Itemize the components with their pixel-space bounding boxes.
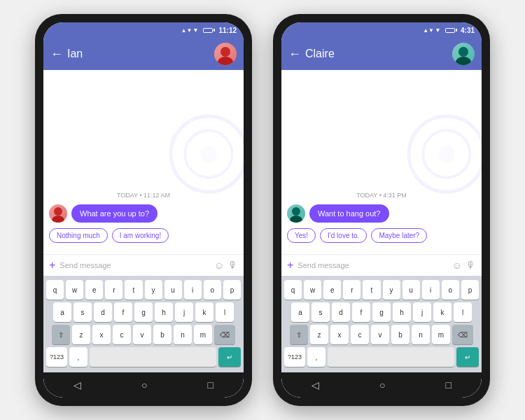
smart-reply-1-1[interactable]: I am working! [112, 228, 169, 243]
key-enter-1[interactable]: ↵ [218, 347, 241, 367]
key-y-1[interactable]: y [145, 280, 162, 300]
key-h-1[interactable]: h [155, 302, 173, 322]
phone-2: ▲▼ ▾ 4:31 ← Claire [273, 14, 490, 406]
key-k-1[interactable]: k [195, 302, 214, 322]
key-l-1[interactable]: l [216, 302, 234, 322]
key-c-2[interactable]: c [351, 325, 369, 344]
key-m-1[interactable]: m [194, 325, 212, 344]
key-m-2[interactable]: m [432, 325, 450, 344]
avatar-1[interactable] [214, 43, 237, 65]
key-o-1[interactable]: o [204, 280, 221, 300]
key-i-2[interactable]: i [422, 280, 440, 300]
keyboard-row1-1: q w e r t y u i o p [46, 280, 241, 300]
key-shift-2[interactable]: ⇧ [290, 325, 308, 344]
key-p-1[interactable]: p [223, 280, 241, 300]
key-g-2[interactable]: g [372, 302, 391, 322]
key-f-2[interactable]: f [352, 302, 370, 322]
key-y-2[interactable]: y [383, 280, 400, 300]
key-space-2[interactable] [328, 347, 454, 367]
smart-reply-2-0[interactable]: Yes! [287, 228, 316, 243]
key-j-1[interactable]: j [175, 302, 193, 322]
key-d-1[interactable]: d [94, 302, 112, 322]
smart-reply-2-2[interactable]: Maybe later? [371, 228, 427, 243]
key-i-1[interactable]: i [184, 280, 202, 300]
key-r-2[interactable]: r [343, 280, 360, 300]
key-t-1[interactable]: t [125, 280, 142, 300]
nav-back-2[interactable]: ◁ [312, 379, 319, 391]
key-n-1[interactable]: n [174, 325, 192, 344]
key-b-1[interactable]: b [153, 325, 172, 344]
nav-recent-2[interactable]: □ [446, 379, 451, 391]
key-s-2[interactable]: s [312, 302, 330, 322]
avatar-2[interactable] [452, 43, 475, 65]
wifi-icon-2: ▾ [436, 27, 440, 34]
nav-recent-1[interactable]: □ [208, 379, 214, 391]
key-backspace-1[interactable]: ⌫ [214, 325, 235, 344]
key-space-1[interactable] [90, 347, 216, 367]
key-n-2[interactable]: n [412, 325, 430, 344]
nav-home-1[interactable]: ○ [141, 379, 147, 391]
emoji-button-1[interactable]: ☺ [214, 260, 224, 271]
back-button-2[interactable]: ← [288, 47, 301, 62]
key-comma-2[interactable]: , [307, 347, 326, 367]
back-button-1[interactable]: ← [50, 47, 63, 62]
key-v-1[interactable]: v [133, 325, 151, 344]
key-e-1[interactable]: e [85, 280, 103, 300]
key-b-2[interactable]: b [391, 325, 410, 344]
key-backspace-2[interactable]: ⌫ [452, 325, 473, 344]
key-comma-1[interactable]: , [69, 347, 88, 367]
key-x-2[interactable]: x [330, 325, 349, 344]
key-v-2[interactable]: v [371, 325, 389, 344]
nav-bar-2: ◁ ○ □ [281, 372, 482, 398]
key-f-1[interactable]: f [114, 302, 132, 322]
key-l-2[interactable]: l [454, 302, 472, 322]
emoji-button-2[interactable]: ☺ [452, 260, 462, 271]
key-a-2[interactable]: a [291, 302, 309, 322]
mic-button-1[interactable]: 🎙 [228, 260, 238, 271]
key-c-1[interactable]: c [113, 325, 131, 344]
svg-point-4 [200, 146, 217, 162]
key-x-1[interactable]: x [92, 325, 111, 344]
smart-reply-2-1[interactable]: I'd love to. [320, 228, 367, 243]
key-u-2[interactable]: u [402, 280, 420, 300]
key-w-2[interactable]: w [304, 280, 321, 300]
nav-back-1[interactable]: ◁ [74, 379, 81, 391]
nav-home-2[interactable]: ○ [379, 379, 385, 391]
key-q-1[interactable]: q [46, 280, 64, 300]
key-g-1[interactable]: g [134, 302, 153, 322]
key-s-1[interactable]: s [74, 302, 92, 322]
smart-replies-1: Nothing much I am working! [49, 228, 238, 243]
message-input-2[interactable]: Send message [298, 261, 447, 270]
key-t-2[interactable]: t [363, 280, 380, 300]
signal-icons-1: ▲▼ ▾ [181, 27, 198, 34]
plus-button-2[interactable]: + [287, 259, 293, 272]
key-nums-1[interactable]: ?123 [46, 347, 67, 367]
app-header-1: ← Ian [43, 38, 244, 70]
key-o-2[interactable]: o [442, 280, 459, 300]
key-z-2[interactable]: z [310, 325, 328, 344]
key-r-1[interactable]: r [105, 280, 122, 300]
message-input-1[interactable]: Send message [59, 261, 209, 270]
key-z-1[interactable]: z [72, 325, 90, 344]
key-p-2[interactable]: p [461, 280, 479, 300]
mic-button-2[interactable]: 🎙 [466, 260, 476, 271]
key-e-2[interactable]: e [323, 280, 341, 300]
key-nums-2[interactable]: ?123 [284, 347, 305, 367]
smart-reply-1-0[interactable]: Nothing much [49, 228, 108, 243]
key-j-2[interactable]: j [413, 302, 431, 322]
message-row-1: What are you up to? [49, 204, 238, 223]
key-w-1[interactable]: w [66, 280, 83, 300]
battery-icon-2 [445, 28, 455, 33]
svg-point-12 [292, 207, 300, 216]
key-a-1[interactable]: a [53, 302, 71, 322]
key-h-2[interactable]: h [393, 302, 411, 322]
key-shift-1[interactable]: ⇧ [52, 325, 70, 344]
key-k-2[interactable]: k [433, 302, 451, 322]
key-u-1[interactable]: u [164, 280, 182, 300]
message-input-row-1: + Send message ☺ 🎙 [43, 254, 244, 276]
key-enter-2[interactable]: ↵ [456, 347, 479, 367]
wifi-icon-1: ▾ [194, 27, 197, 34]
key-q-2[interactable]: q [284, 280, 302, 300]
plus-button-1[interactable]: + [49, 259, 55, 272]
key-d-2[interactable]: d [332, 302, 350, 322]
